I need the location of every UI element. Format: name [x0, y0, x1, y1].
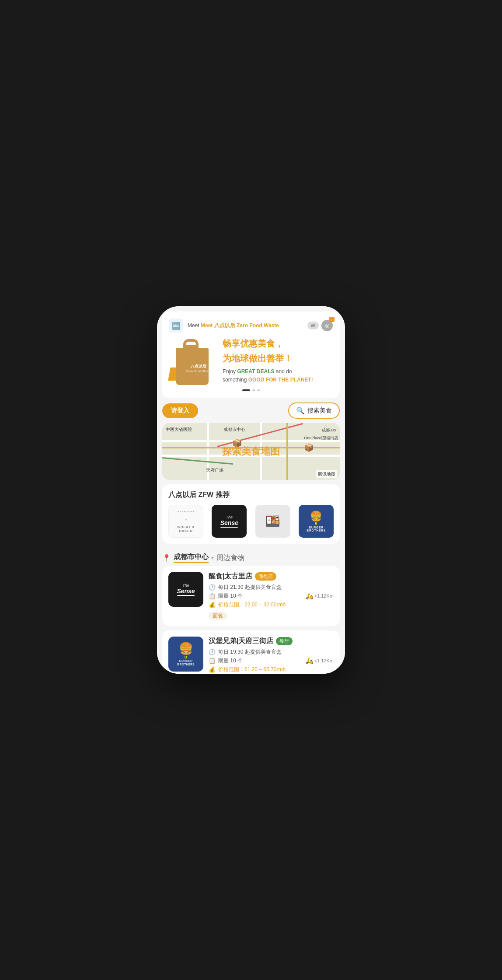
- banner-title-line2: 为地球做出善举！: [223, 353, 333, 364]
- restaurant-price-text-2: 价格范围：61.20 – 65.70rmb: [218, 666, 286, 673]
- burger-b-card: B: [185, 655, 188, 659]
- toggle-button[interactable]: W: [307, 322, 319, 329]
- distance-icon-2: 🛵: [306, 657, 313, 664]
- planet-highlight: GOOD FOR THE PLANET!: [248, 377, 313, 383]
- restaurant-category-1: 面包: [209, 612, 227, 620]
- burger-text: BURGERBROTHERS: [307, 526, 325, 532]
- clock-icon-2: 🕐: [209, 649, 216, 655]
- bag-body: 八点以后Zero Food Waste: [176, 348, 209, 385]
- dot-3: [257, 389, 260, 391]
- restaurant-time-text-2: 每日 19:30 起提供美食盲盒: [218, 648, 282, 656]
- map-label-339: 成都339: [322, 427, 336, 433]
- login-button[interactable]: 请登入: [162, 403, 198, 418]
- restaurant-time-text-1: 每日 21:30 起提供美食盲盒: [218, 584, 282, 591]
- burger-icon-card: 🍔: [179, 642, 193, 655]
- restaurant-limit-text-1: 限量 10 个: [218, 592, 243, 600]
- restaurant-card-2[interactable]: 🍔 B BURGERBROTHERS 汉堡兄弟|天府三街店 餐厅 🕐 每日 19…: [162, 630, 340, 674]
- burger-b: B: [307, 522, 325, 526]
- action-bar: 请登入 🔍 搜索美食: [157, 398, 345, 423]
- price-icon-1: 💰: [209, 602, 216, 608]
- map-label-tianfu: 天府广场: [206, 467, 223, 473]
- burger-logo: 🍔 B BURGERBROTHERS: [307, 511, 325, 532]
- tencent-badge: 腾讯地图: [316, 470, 337, 478]
- restaurant-limit-text-2: 限量 10 个: [218, 657, 243, 665]
- great-deals-highlight: GREAT DEALS: [237, 368, 274, 374]
- map-label-oneplace: OnePlace|望福街店: [304, 435, 338, 441]
- recommendations-title: 八点以后 ZFW 推荐: [168, 490, 334, 500]
- map-pin-2: 📦: [304, 443, 314, 452]
- search-button[interactable]: 🔍 搜索美食: [288, 402, 340, 419]
- restaurant-price-2: 💰 价格范围：61.20 – 65.70rmb: [209, 666, 334, 673]
- map-section[interactable]: 中医大省医院 成都市中心 天府广场 成都339 OnePlace|望福街店 📦 …: [162, 423, 340, 480]
- restaurant-tag-2: 餐厅: [276, 637, 293, 645]
- brand-wheat-baker[interactable]: WHEAT &BAKER: [168, 505, 203, 538]
- banner-text-block: 畅享优惠美食， 为地球做出善举！ Enjoy GREAT DEALS and d…: [223, 338, 333, 384]
- recommendations-section: 八点以后 ZFW 推荐 W: [162, 484, 340, 544]
- burger-brothers-label: BURGERBROTHERS: [177, 659, 194, 666]
- search-icon: 🔍: [296, 406, 305, 415]
- clock-icon-1: 🕐: [209, 584, 216, 591]
- dot-2: [252, 389, 255, 391]
- bag-handle: [183, 339, 199, 348]
- distance-icon-1: 🛵: [306, 592, 313, 599]
- location-chevron-icon[interactable]: ▾: [211, 555, 214, 561]
- sense-logo-small: The Sense: [174, 581, 197, 598]
- box-icon-1: 📋: [209, 593, 216, 599]
- wheat-dots: [177, 508, 195, 523]
- price-icon-2: 💰: [209, 666, 216, 673]
- location-pin-icon: 📍: [162, 554, 171, 562]
- wheat-label: WHEAT &BAKER: [175, 523, 196, 535]
- brand-the-sense[interactable]: The Sense: [212, 505, 247, 538]
- banner-top: 🔤 Meet Meet 八点以后 Zero Food Waste W ◎: [169, 318, 333, 332]
- restaurant-name-row-1: 醒食|太古里店 面包店: [209, 572, 334, 581]
- restaurant-distance-2: 🛵 <1.12Km: [306, 657, 334, 664]
- banner-title-line1: 畅享优惠美食，: [223, 338, 333, 349]
- map-container: 中医大省医院 成都市中心 天府广场 成都339 OnePlace|望福街店 📦 …: [162, 423, 340, 480]
- yellow-dot: [329, 317, 335, 322]
- restaurant-name-row-2: 汉堡兄弟|天府三街店 餐厅: [209, 637, 334, 646]
- banner-meet-text: Meet Meet 八点以后 Zero Food Waste: [188, 322, 307, 329]
- brand-burger-brothers[interactable]: 🍔 B BURGERBROTHERS: [299, 505, 334, 538]
- translate-icon: 🔤: [169, 318, 183, 332]
- restaurant-name-2: 汉堡兄弟|天府三街店: [209, 637, 273, 646]
- distance-text-1: <1.12Km: [314, 593, 334, 598]
- map-label-chengdu: 成都市中心: [223, 427, 245, 433]
- bag-illustration: 八点以后Zero Food Waste: [169, 337, 217, 385]
- restaurant-name-1: 醒食|太古里店: [209, 572, 252, 581]
- brand-cloud-steamer[interactable]: 🍱: [255, 505, 290, 538]
- nearby-label: 周边食物: [216, 553, 244, 563]
- banner-subtitle: Enjoy GREAT DEALS and do something GOOD …: [223, 368, 333, 384]
- restaurant-distance-1: 🛵 <1.12Km: [306, 592, 334, 599]
- bag-logo-text: 八点以后Zero Food Waste: [184, 364, 213, 374]
- phone-frame: 🔤 Meet Meet 八点以后 Zero Food Waste W ◎ 八点以…: [157, 306, 345, 674]
- restaurant-tag-1: 面包店: [255, 572, 276, 581]
- restaurant-price-1: 💰 价格范围：22.00 – 32.00rmb: [209, 601, 334, 609]
- map-overlay-text: 探索美食地图: [222, 445, 280, 458]
- sense-logo: The Sense: [218, 512, 241, 530]
- restaurant-time-2: 🕐 每日 19:30 起提供美食盲盒: [209, 648, 334, 656]
- distance-text-2: <1.12Km: [314, 658, 334, 663]
- box-icon-2: 📋: [209, 658, 216, 664]
- banner-section: 🔤 Meet Meet 八点以后 Zero Food Waste W ◎ 八点以…: [162, 312, 340, 398]
- map-label-hospital: 中医大省医院: [166, 427, 192, 433]
- restaurant-logo-sense: The Sense: [168, 572, 203, 607]
- restaurant-price-text-1: 价格范围：22.00 – 32.00rmb: [218, 601, 286, 609]
- steamer-icon: 🍱: [265, 514, 280, 528]
- restaurant-logo-burger: 🍔 B BURGERBROTHERS: [168, 637, 203, 672]
- banner-dots: [169, 389, 333, 391]
- location-city[interactable]: 成都市中心: [174, 553, 209, 563]
- phone-screen: 🔤 Meet Meet 八点以后 Zero Food Waste W ◎ 八点以…: [157, 306, 345, 674]
- brand-grid: WHEAT &BAKER The Sense 🍱 �: [168, 505, 334, 538]
- restaurant-card-1[interactable]: The Sense 醒食|太古里店 面包店 🕐 每日 21:30 起提供美食盲盒…: [162, 566, 340, 626]
- restaurant-info-2: 汉堡兄弟|天府三街店 餐厅 🕐 每日 19:30 起提供美食盲盒 📋 限量 10…: [209, 637, 334, 674]
- dot-1: [242, 389, 250, 391]
- brand-name: Meet 八点以后 Zero Food Waste: [201, 322, 279, 329]
- search-label: 搜索美食: [307, 407, 332, 415]
- restaurant-time-1: 🕐 每日 21:30 起提供美食盲盒: [209, 584, 334, 591]
- burger-icon: 🍔: [307, 511, 325, 522]
- banner-content: 八点以后Zero Food Waste 畅享优惠美食， 为地球做出善举！ Enj…: [169, 337, 333, 385]
- location-bar: 📍 成都市中心 ▾ 周边食物: [157, 548, 345, 566]
